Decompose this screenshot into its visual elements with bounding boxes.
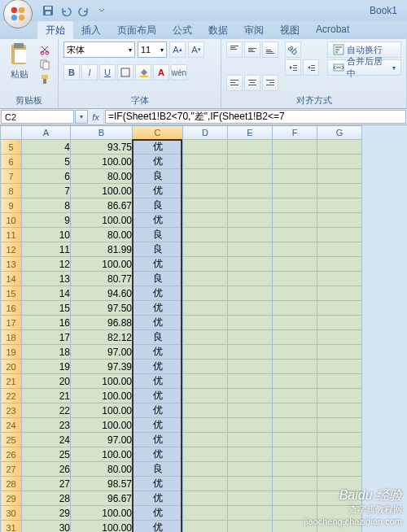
cell-B10[interactable]: 100.00 bbox=[71, 213, 133, 228]
row-header-28[interactable]: 28 bbox=[1, 477, 22, 491]
cell-C24[interactable]: 优 bbox=[133, 418, 183, 433]
cell-D24[interactable] bbox=[183, 418, 228, 433]
cell-C20[interactable]: 优 bbox=[133, 360, 183, 374]
redo-button[interactable] bbox=[77, 3, 91, 18]
cell-G14[interactable] bbox=[317, 272, 362, 286]
paste-label[interactable]: 粘贴 bbox=[11, 68, 28, 81]
cell-A27[interactable]: 26 bbox=[22, 462, 71, 477]
font-color-button[interactable]: A bbox=[153, 64, 169, 81]
formula-bar[interactable]: =IF(Sheet1!B2<70,"差",IF(Sheet1!B2<=7 bbox=[105, 110, 406, 124]
cell-D13[interactable] bbox=[183, 257, 228, 272]
cell-A16[interactable]: 15 bbox=[22, 301, 71, 316]
cell-B16[interactable]: 97.50 bbox=[71, 301, 133, 316]
cell-E22[interactable] bbox=[228, 389, 273, 403]
cell-F23[interactable] bbox=[273, 403, 317, 418]
cell-E29[interactable] bbox=[228, 491, 273, 506]
cut-button[interactable] bbox=[37, 43, 52, 56]
cell-B24[interactable]: 100.00 bbox=[71, 418, 133, 433]
cell-D21[interactable] bbox=[183, 374, 228, 389]
cell-G22[interactable] bbox=[317, 389, 362, 403]
cell-E9[interactable] bbox=[228, 198, 273, 213]
cell-D5[interactable] bbox=[183, 140, 228, 155]
cell-C19[interactable]: 优 bbox=[133, 345, 183, 360]
grow-font-button[interactable]: A▴ bbox=[169, 41, 186, 58]
cell-B20[interactable]: 97.39 bbox=[71, 360, 133, 374]
cell-G10[interactable] bbox=[317, 213, 362, 228]
row-header-5[interactable]: 5 bbox=[1, 140, 22, 155]
cell-C15[interactable]: 优 bbox=[133, 286, 183, 301]
cell-G9[interactable] bbox=[317, 198, 362, 213]
bold-button[interactable]: B bbox=[63, 64, 80, 81]
row-header-10[interactable]: 10 bbox=[1, 213, 22, 228]
align-middle-button[interactable] bbox=[244, 41, 260, 58]
underline-button[interactable]: U bbox=[99, 64, 116, 81]
col-header-E[interactable]: E bbox=[228, 126, 273, 140]
cell-A13[interactable]: 12 bbox=[22, 257, 71, 272]
name-box[interactable]: C2 bbox=[1, 110, 74, 124]
row-header-20[interactable]: 20 bbox=[1, 360, 22, 374]
cell-D7[interactable] bbox=[183, 169, 228, 184]
cell-A15[interactable]: 14 bbox=[22, 286, 71, 301]
cell-E27[interactable] bbox=[228, 462, 273, 477]
cell-D14[interactable] bbox=[183, 272, 228, 286]
cell-G6[interactable] bbox=[317, 155, 362, 169]
fx-button[interactable]: fx bbox=[88, 109, 104, 124]
shrink-font-button[interactable]: A▾ bbox=[188, 41, 204, 58]
cell-G11[interactable] bbox=[317, 228, 362, 242]
cell-G17[interactable] bbox=[317, 316, 362, 330]
row-header-13[interactable]: 13 bbox=[1, 257, 22, 272]
row-header-18[interactable]: 18 bbox=[1, 330, 22, 345]
row-header-22[interactable]: 22 bbox=[1, 389, 22, 403]
tab-审阅[interactable]: 审阅 bbox=[236, 21, 272, 39]
cell-E24[interactable] bbox=[228, 418, 273, 433]
align-left-button[interactable] bbox=[226, 75, 243, 91]
qat-customize[interactable] bbox=[94, 3, 109, 18]
row-header-16[interactable]: 16 bbox=[1, 301, 22, 316]
cell-E18[interactable] bbox=[228, 330, 273, 345]
cell-F6[interactable] bbox=[273, 155, 317, 169]
cell-E8[interactable] bbox=[228, 184, 273, 198]
row-header-30[interactable]: 30 bbox=[1, 506, 22, 521]
cell-C16[interactable]: 优 bbox=[133, 301, 183, 316]
font-size-combo[interactable]: 11▾ bbox=[138, 41, 167, 58]
cell-F13[interactable] bbox=[273, 257, 317, 272]
cell-C8[interactable]: 优 bbox=[133, 184, 183, 198]
cell-D23[interactable] bbox=[183, 403, 228, 418]
cell-A24[interactable]: 23 bbox=[22, 418, 71, 433]
cell-C14[interactable]: 良 bbox=[133, 272, 183, 286]
cell-F16[interactable] bbox=[273, 301, 317, 316]
cell-C22[interactable]: 优 bbox=[133, 389, 183, 403]
cell-E28[interactable] bbox=[228, 477, 273, 491]
tab-数据[interactable]: 数据 bbox=[200, 21, 236, 39]
cell-A18[interactable]: 17 bbox=[22, 330, 71, 345]
cell-B9[interactable]: 86.67 bbox=[71, 198, 133, 213]
cell-E15[interactable] bbox=[228, 286, 273, 301]
cell-F7[interactable] bbox=[273, 169, 317, 184]
cell-A28[interactable]: 27 bbox=[22, 477, 71, 491]
row-header-26[interactable]: 26 bbox=[1, 447, 22, 462]
cell-C31[interactable]: 优 bbox=[133, 521, 183, 533]
row-header-31[interactable]: 31 bbox=[1, 521, 22, 533]
cell-B23[interactable]: 100.00 bbox=[71, 403, 133, 418]
cell-G20[interactable] bbox=[317, 360, 362, 374]
name-box-dropdown[interactable]: ▾ bbox=[75, 110, 88, 124]
cell-D16[interactable] bbox=[183, 301, 228, 316]
row-header-24[interactable]: 24 bbox=[1, 418, 22, 433]
cell-A8[interactable]: 7 bbox=[22, 184, 71, 198]
align-bottom-button[interactable] bbox=[262, 41, 278, 58]
cell-B21[interactable]: 100.00 bbox=[71, 374, 133, 389]
fill-color-button[interactable] bbox=[135, 64, 151, 81]
cell-B28[interactable]: 98.57 bbox=[71, 477, 133, 491]
cell-G16[interactable] bbox=[317, 301, 362, 316]
align-top-button[interactable] bbox=[226, 41, 243, 58]
cell-E16[interactable] bbox=[228, 301, 273, 316]
cell-A25[interactable]: 24 bbox=[22, 433, 71, 447]
cell-C30[interactable]: 优 bbox=[133, 506, 183, 521]
cell-D22[interactable] bbox=[183, 389, 228, 403]
cell-C10[interactable]: 优 bbox=[133, 213, 183, 228]
tab-开始[interactable]: 开始 bbox=[37, 21, 73, 39]
cell-B7[interactable]: 80.00 bbox=[71, 169, 133, 184]
cell-E21[interactable] bbox=[228, 374, 273, 389]
tab-视图[interactable]: 视图 bbox=[272, 21, 308, 39]
cell-C28[interactable]: 优 bbox=[133, 477, 183, 491]
